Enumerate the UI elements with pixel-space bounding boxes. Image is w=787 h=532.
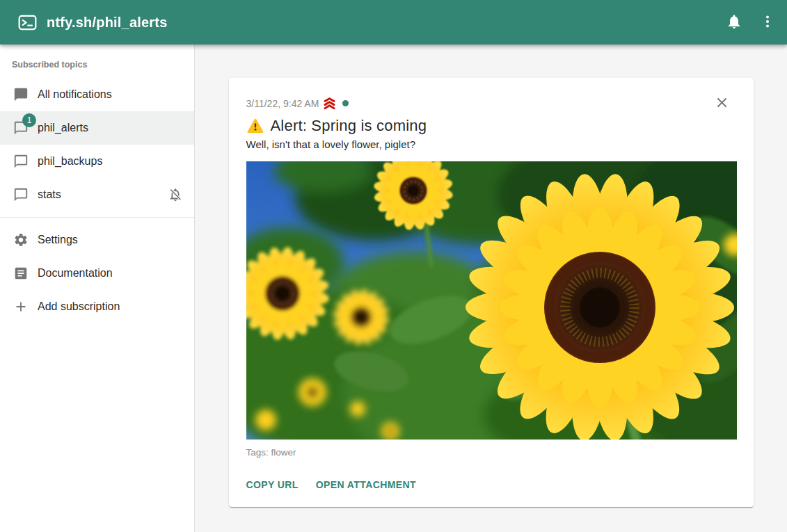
page-title: ntfy.sh/phil_alerts <box>47 15 167 31</box>
copy-url-button[interactable]: COPY URL <box>246 476 299 493</box>
article-icon <box>13 266 29 281</box>
sidebar-item-label: Add subscription <box>38 300 120 313</box>
notification-meta: 3/11/22, 9:42 AM <box>246 96 736 111</box>
notifications-muted-icon <box>168 187 183 202</box>
bell-icon <box>726 13 742 32</box>
chat-bubble-filled-icon <box>13 87 29 102</box>
notification-title: Alert: Spring is coming <box>246 117 736 135</box>
sidebar-item-label: Documentation <box>38 267 113 280</box>
notification-title-text: Alert: Spring is coming <box>271 117 427 135</box>
topics-list: All notifications 1 phil_alerts phil_bac… <box>0 78 194 211</box>
priority-max-icon <box>322 96 337 111</box>
sidebar-actions-list: Settings Documentation Add subscription <box>0 223 194 323</box>
sidebar-item-settings[interactable]: Settings <box>0 223 194 257</box>
unread-count-badge: 1 <box>22 113 36 127</box>
warning-icon <box>246 118 264 134</box>
sidebar-item-label: Settings <box>38 234 78 246</box>
notifications-bell-button[interactable] <box>717 6 751 39</box>
terminal-logo-icon <box>18 13 37 32</box>
sidebar: Subscribed topics All notifications 1 ph… <box>0 45 195 532</box>
app-bar: ntfy.sh/phil_alerts <box>0 0 787 45</box>
overflow-menu-button[interactable] <box>751 6 784 39</box>
sidebar-item-stats[interactable]: stats <box>0 178 194 211</box>
sidebar-item-documentation[interactable]: Documentation <box>0 257 194 290</box>
sidebar-item-label: stats <box>38 188 61 201</box>
notification-tags: Tags: flower <box>246 447 736 458</box>
notification-card: 3/11/22, 9:42 AM <box>229 78 754 507</box>
close-notification-button[interactable] <box>708 89 737 118</box>
sidebar-item-label: phil_alerts <box>38 122 88 134</box>
gear-icon <box>13 232 29 248</box>
subscribed-topics-label: Subscribed topics <box>0 54 194 78</box>
plus-icon <box>13 299 29 314</box>
chat-bubble-outline-icon <box>13 154 29 169</box>
chat-bubble-outline-icon: 1 <box>13 120 29 136</box>
sidebar-item-phil-alerts[interactable]: 1 phil_alerts <box>0 111 194 145</box>
attachment-image[interactable] <box>246 161 737 440</box>
notification-body: Well, isn't that a lovely flower, piglet… <box>246 138 736 150</box>
main-content: 3/11/22, 9:42 AM <box>195 45 787 532</box>
sidebar-item-all-notifications[interactable]: All notifications <box>0 78 194 111</box>
sidebar-item-label: All notifications <box>38 88 112 101</box>
sidebar-divider <box>0 217 194 218</box>
kebab-menu-icon <box>759 13 776 32</box>
notification-timestamp: 3/11/22, 9:42 AM <box>246 98 319 109</box>
close-icon <box>714 95 730 113</box>
sidebar-item-phil-backups[interactable]: phil_backups <box>0 145 194 178</box>
sidebar-item-label: phil_backups <box>38 155 102 168</box>
notification-actions: COPY URL OPEN ATTACHMENT <box>246 476 736 493</box>
chat-bubble-outline-icon <box>13 187 29 202</box>
open-attachment-button[interactable]: OPEN ATTACHMENT <box>316 476 416 493</box>
unread-dot-icon <box>342 100 349 106</box>
sidebar-item-add-subscription[interactable]: Add subscription <box>0 290 194 323</box>
